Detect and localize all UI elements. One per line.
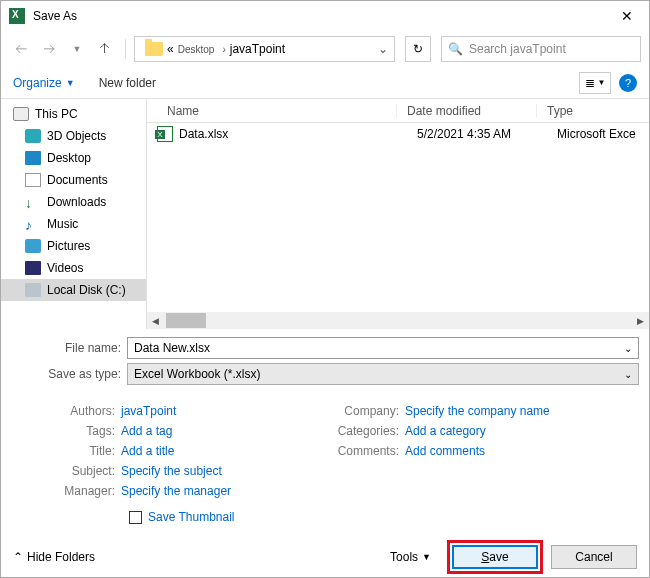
- sidebar-item-this-pc[interactable]: This PC: [1, 103, 146, 125]
- file-type: Microsoft Exce: [547, 127, 649, 141]
- chevron-down-icon[interactable]: ⌄: [378, 42, 388, 56]
- window-title: Save As: [33, 9, 613, 23]
- help-icon[interactable]: ?: [619, 74, 637, 92]
- title-label: Title:: [11, 444, 121, 458]
- file-date: 5/2/2021 4:35 AM: [407, 127, 547, 141]
- chevron-down-icon: ▼: [598, 78, 606, 87]
- disk-icon: [25, 283, 41, 297]
- categories-label: Categories:: [325, 424, 405, 438]
- chevron-down-icon[interactable]: ⌄: [624, 369, 632, 380]
- column-name[interactable]: Name: [147, 104, 397, 118]
- close-icon[interactable]: ✕: [613, 4, 641, 28]
- sidebar-item-music[interactable]: Music: [1, 213, 146, 235]
- company-value[interactable]: Specify the company name: [405, 404, 550, 418]
- title-value[interactable]: Add a title: [121, 444, 174, 458]
- music-icon: [25, 217, 41, 231]
- save-thumbnail-label: Save Thumbnail: [148, 510, 235, 524]
- save-as-type-select[interactable]: Excel Workbook (*.xlsx) ⌄: [127, 363, 639, 385]
- column-type[interactable]: Type: [537, 104, 649, 118]
- file-name: Data.xlsx: [179, 127, 407, 141]
- save-button[interactable]: Save: [452, 545, 538, 569]
- save-as-type-label: Save as type:: [11, 367, 121, 381]
- manager-label: Manager:: [11, 484, 121, 498]
- cube-icon: [25, 129, 41, 143]
- sidebar-item-pictures[interactable]: Pictures: [1, 235, 146, 257]
- filename-input[interactable]: Data New.xlsx ⌄: [127, 337, 639, 359]
- sidebar-item-3d-objects[interactable]: 3D Objects: [1, 125, 146, 147]
- tags-value[interactable]: Add a tag: [121, 424, 172, 438]
- back-button[interactable]: 🡠: [9, 37, 33, 61]
- scroll-left-icon[interactable]: ◀: [147, 312, 164, 329]
- breadcrumb-item[interactable]: Desktop: [178, 44, 215, 55]
- sidebar-item-desktop[interactable]: Desktop: [1, 147, 146, 169]
- breadcrumb-item[interactable]: javaTpoint: [230, 42, 285, 56]
- view-options[interactable]: ≣ ▼: [579, 72, 611, 94]
- new-folder-button[interactable]: New folder: [99, 76, 156, 90]
- subject-label: Subject:: [11, 464, 121, 478]
- authors-label: Authors:: [11, 404, 121, 418]
- refresh-button[interactable]: ↻: [405, 36, 431, 62]
- address-bar[interactable]: « Desktop › javaTpoint ⌄: [134, 36, 395, 62]
- tags-label: Tags:: [11, 424, 121, 438]
- forward-button: 🡢: [37, 37, 61, 61]
- recent-dropdown[interactable]: ▼: [65, 37, 89, 61]
- chevron-right-icon: ›: [222, 44, 225, 55]
- company-label: Company:: [325, 404, 405, 418]
- chevron-down-icon: ▼: [66, 78, 75, 88]
- navigation-pane: This PC 3D Objects Desktop Documents Dow…: [1, 99, 146, 329]
- tools-menu[interactable]: Tools ▼: [390, 550, 431, 564]
- horizontal-scrollbar[interactable]: ◀ ▶: [147, 312, 649, 329]
- cancel-button[interactable]: Cancel: [551, 545, 637, 569]
- download-icon: [25, 195, 41, 209]
- comments-value[interactable]: Add comments: [405, 444, 485, 458]
- videos-icon: [25, 261, 41, 275]
- list-icon: ≣: [585, 76, 595, 90]
- sidebar-item-downloads[interactable]: Downloads: [1, 191, 146, 213]
- subject-value[interactable]: Specify the subject: [121, 464, 222, 478]
- pc-icon: [13, 107, 29, 121]
- excel-app-icon: [9, 8, 25, 24]
- up-button[interactable]: 🡡: [93, 37, 117, 61]
- pictures-icon: [25, 239, 41, 253]
- column-date[interactable]: Date modified: [397, 104, 537, 118]
- hide-folders-button[interactable]: ⌃ Hide Folders: [13, 550, 95, 564]
- scroll-right-icon[interactable]: ▶: [632, 312, 649, 329]
- search-placeholder: Search javaTpoint: [469, 42, 566, 56]
- desktop-icon: [25, 151, 41, 165]
- chevron-up-icon: ⌃: [13, 550, 23, 564]
- breadcrumb-prefix: «: [167, 42, 174, 56]
- sidebar-item-documents[interactable]: Documents: [1, 169, 146, 191]
- document-icon: [25, 173, 41, 187]
- sidebar-item-videos[interactable]: Videos: [1, 257, 146, 279]
- authors-value[interactable]: javaTpoint: [121, 404, 176, 418]
- file-row[interactable]: Data.xlsx 5/2/2021 4:35 AM Microsoft Exc…: [147, 123, 649, 145]
- chevron-down-icon[interactable]: ⌄: [624, 343, 632, 354]
- categories-value[interactable]: Add a category: [405, 424, 486, 438]
- folder-icon: [145, 42, 163, 56]
- save-thumbnail-checkbox[interactable]: [129, 511, 142, 524]
- filename-label: File name:: [11, 341, 121, 355]
- scroll-thumb[interactable]: [166, 313, 206, 328]
- chevron-down-icon: ▼: [422, 552, 431, 562]
- manager-value[interactable]: Specify the manager: [121, 484, 231, 498]
- search-input[interactable]: 🔍 Search javaTpoint: [441, 36, 641, 62]
- search-icon: 🔍: [448, 42, 463, 56]
- excel-file-icon: [157, 126, 173, 142]
- comments-label: Comments:: [325, 444, 405, 458]
- sidebar-item-local-disk[interactable]: Local Disk (C:): [1, 279, 146, 301]
- organize-menu[interactable]: Organize ▼: [13, 76, 75, 90]
